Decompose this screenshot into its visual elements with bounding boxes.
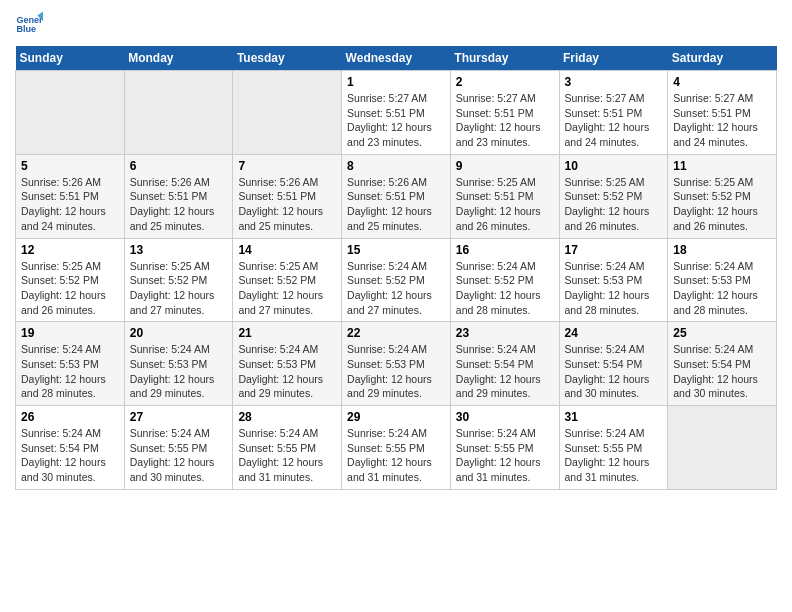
day-number: 31 [565,410,663,424]
calendar-cell: 15Sunrise: 5:24 AMSunset: 5:52 PMDayligh… [342,238,451,322]
day-info: Sunrise: 5:24 AMSunset: 5:54 PMDaylight:… [21,426,119,485]
day-info: Sunrise: 5:25 AMSunset: 5:52 PMDaylight:… [238,259,336,318]
calendar-cell: 27Sunrise: 5:24 AMSunset: 5:55 PMDayligh… [124,406,233,490]
general-blue-logo-icon: General Blue [15,10,43,38]
day-number: 22 [347,326,445,340]
calendar-cell [16,71,125,155]
calendar-cell: 8Sunrise: 5:26 AMSunset: 5:51 PMDaylight… [342,154,451,238]
day-number: 7 [238,159,336,173]
day-info: Sunrise: 5:25 AMSunset: 5:52 PMDaylight:… [21,259,119,318]
day-number: 6 [130,159,228,173]
day-header-friday: Friday [559,46,668,71]
calendar-cell: 5Sunrise: 5:26 AMSunset: 5:51 PMDaylight… [16,154,125,238]
day-number: 24 [565,326,663,340]
day-number: 2 [456,75,554,89]
day-info: Sunrise: 5:24 AMSunset: 5:55 PMDaylight:… [130,426,228,485]
day-number: 17 [565,243,663,257]
svg-text:Blue: Blue [16,24,36,34]
day-number: 11 [673,159,771,173]
day-number: 3 [565,75,663,89]
day-info: Sunrise: 5:26 AMSunset: 5:51 PMDaylight:… [21,175,119,234]
day-info: Sunrise: 5:25 AMSunset: 5:52 PMDaylight:… [673,175,771,234]
calendar-table: SundayMondayTuesdayWednesdayThursdayFrid… [15,46,777,490]
calendar-cell: 2Sunrise: 5:27 AMSunset: 5:51 PMDaylight… [450,71,559,155]
day-number: 21 [238,326,336,340]
day-number: 8 [347,159,445,173]
day-number: 28 [238,410,336,424]
calendar-cell: 26Sunrise: 5:24 AMSunset: 5:54 PMDayligh… [16,406,125,490]
day-info: Sunrise: 5:24 AMSunset: 5:54 PMDaylight:… [673,342,771,401]
calendar-cell: 6Sunrise: 5:26 AMSunset: 5:51 PMDaylight… [124,154,233,238]
day-info: Sunrise: 5:24 AMSunset: 5:54 PMDaylight:… [456,342,554,401]
day-number: 5 [21,159,119,173]
day-info: Sunrise: 5:27 AMSunset: 5:51 PMDaylight:… [673,91,771,150]
calendar-cell: 13Sunrise: 5:25 AMSunset: 5:52 PMDayligh… [124,238,233,322]
day-header-thursday: Thursday [450,46,559,71]
day-info: Sunrise: 5:27 AMSunset: 5:51 PMDaylight:… [347,91,445,150]
calendar-cell: 31Sunrise: 5:24 AMSunset: 5:55 PMDayligh… [559,406,668,490]
header: General Blue [15,10,777,38]
day-header-monday: Monday [124,46,233,71]
day-number: 27 [130,410,228,424]
day-info: Sunrise: 5:27 AMSunset: 5:51 PMDaylight:… [456,91,554,150]
calendar-cell: 16Sunrise: 5:24 AMSunset: 5:52 PMDayligh… [450,238,559,322]
calendar-cell: 12Sunrise: 5:25 AMSunset: 5:52 PMDayligh… [16,238,125,322]
calendar-cell: 22Sunrise: 5:24 AMSunset: 5:53 PMDayligh… [342,322,451,406]
calendar-cell [233,71,342,155]
day-info: Sunrise: 5:24 AMSunset: 5:53 PMDaylight:… [347,342,445,401]
day-info: Sunrise: 5:24 AMSunset: 5:52 PMDaylight:… [347,259,445,318]
calendar-cell: 7Sunrise: 5:26 AMSunset: 5:51 PMDaylight… [233,154,342,238]
calendar-cell: 23Sunrise: 5:24 AMSunset: 5:54 PMDayligh… [450,322,559,406]
calendar-cell: 24Sunrise: 5:24 AMSunset: 5:54 PMDayligh… [559,322,668,406]
day-info: Sunrise: 5:24 AMSunset: 5:55 PMDaylight:… [347,426,445,485]
day-number: 13 [130,243,228,257]
calendar-cell: 9Sunrise: 5:25 AMSunset: 5:51 PMDaylight… [450,154,559,238]
day-info: Sunrise: 5:24 AMSunset: 5:53 PMDaylight:… [565,259,663,318]
day-info: Sunrise: 5:26 AMSunset: 5:51 PMDaylight:… [347,175,445,234]
day-header-sunday: Sunday [16,46,125,71]
calendar-cell: 14Sunrise: 5:25 AMSunset: 5:52 PMDayligh… [233,238,342,322]
calendar-cell: 19Sunrise: 5:24 AMSunset: 5:53 PMDayligh… [16,322,125,406]
day-info: Sunrise: 5:26 AMSunset: 5:51 PMDaylight:… [130,175,228,234]
day-number: 10 [565,159,663,173]
calendar-cell: 1Sunrise: 5:27 AMSunset: 5:51 PMDaylight… [342,71,451,155]
day-number: 20 [130,326,228,340]
day-info: Sunrise: 5:27 AMSunset: 5:51 PMDaylight:… [565,91,663,150]
calendar-cell: 17Sunrise: 5:24 AMSunset: 5:53 PMDayligh… [559,238,668,322]
day-info: Sunrise: 5:24 AMSunset: 5:53 PMDaylight:… [21,342,119,401]
calendar-cell: 4Sunrise: 5:27 AMSunset: 5:51 PMDaylight… [668,71,777,155]
calendar-cell: 29Sunrise: 5:24 AMSunset: 5:55 PMDayligh… [342,406,451,490]
day-number: 23 [456,326,554,340]
day-info: Sunrise: 5:24 AMSunset: 5:55 PMDaylight:… [565,426,663,485]
day-info: Sunrise: 5:24 AMSunset: 5:53 PMDaylight:… [673,259,771,318]
day-number: 25 [673,326,771,340]
day-info: Sunrise: 5:25 AMSunset: 5:52 PMDaylight:… [130,259,228,318]
calendar-cell [124,71,233,155]
day-info: Sunrise: 5:24 AMSunset: 5:55 PMDaylight:… [456,426,554,485]
calendar-cell: 11Sunrise: 5:25 AMSunset: 5:52 PMDayligh… [668,154,777,238]
calendar-cell: 30Sunrise: 5:24 AMSunset: 5:55 PMDayligh… [450,406,559,490]
day-info: Sunrise: 5:24 AMSunset: 5:52 PMDaylight:… [456,259,554,318]
day-number: 1 [347,75,445,89]
day-number: 29 [347,410,445,424]
day-number: 16 [456,243,554,257]
day-info: Sunrise: 5:25 AMSunset: 5:51 PMDaylight:… [456,175,554,234]
day-header-tuesday: Tuesday [233,46,342,71]
day-info: Sunrise: 5:26 AMSunset: 5:51 PMDaylight:… [238,175,336,234]
day-number: 18 [673,243,771,257]
calendar-cell: 25Sunrise: 5:24 AMSunset: 5:54 PMDayligh… [668,322,777,406]
calendar-cell: 28Sunrise: 5:24 AMSunset: 5:55 PMDayligh… [233,406,342,490]
calendar-cell: 20Sunrise: 5:24 AMSunset: 5:53 PMDayligh… [124,322,233,406]
day-info: Sunrise: 5:24 AMSunset: 5:55 PMDaylight:… [238,426,336,485]
day-info: Sunrise: 5:25 AMSunset: 5:52 PMDaylight:… [565,175,663,234]
day-number: 26 [21,410,119,424]
day-number: 14 [238,243,336,257]
calendar-cell: 10Sunrise: 5:25 AMSunset: 5:52 PMDayligh… [559,154,668,238]
day-header-wednesday: Wednesday [342,46,451,71]
day-number: 12 [21,243,119,257]
day-info: Sunrise: 5:24 AMSunset: 5:53 PMDaylight:… [238,342,336,401]
day-number: 30 [456,410,554,424]
day-number: 9 [456,159,554,173]
day-number: 4 [673,75,771,89]
day-info: Sunrise: 5:24 AMSunset: 5:54 PMDaylight:… [565,342,663,401]
